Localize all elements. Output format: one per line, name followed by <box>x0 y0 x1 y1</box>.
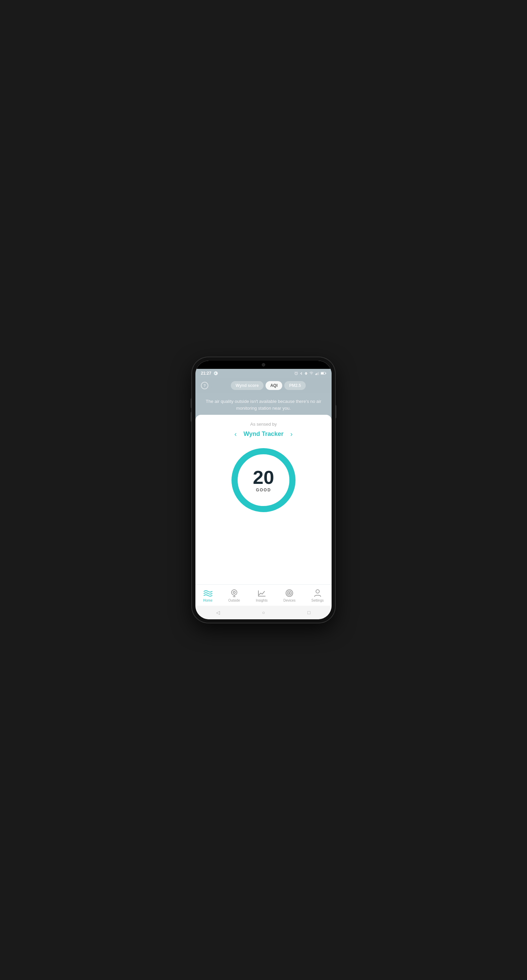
nav-item-settings[interactable]: Settings <box>309 587 326 604</box>
svg-point-17 <box>289 592 290 594</box>
status-left: 21:27 A <box>201 371 218 375</box>
svg-point-14 <box>233 592 235 593</box>
volume-down-button <box>191 412 192 422</box>
svg-rect-4 <box>315 374 316 375</box>
back-button[interactable]: ◁ <box>214 608 222 617</box>
sensed-by-label: As sensed by <box>250 422 277 427</box>
tab-aqi[interactable]: AQI <box>266 381 282 390</box>
bluetooth-icon <box>299 371 303 375</box>
svg-rect-7 <box>318 372 319 375</box>
aqi-status: GOOD <box>253 488 274 492</box>
alarm-icon <box>294 371 298 375</box>
device-navigation: ‹ Wynd Tracker › <box>231 429 295 439</box>
tab-wynd-score[interactable]: Wynd score <box>231 381 263 390</box>
signal-icon <box>315 372 319 375</box>
battery-icon <box>321 372 326 375</box>
status-bar: 21:27 A <box>196 369 331 378</box>
svg-rect-6 <box>317 372 318 375</box>
bottom-nav: Home Outside <box>196 584 331 606</box>
android-icon: A <box>213 371 218 375</box>
nav-label-settings: Settings <box>312 598 324 602</box>
svg-rect-9 <box>321 372 324 374</box>
tab-pm25[interactable]: PM2.5 <box>284 381 306 390</box>
svg-point-18 <box>316 590 319 593</box>
home-button[interactable]: ○ <box>260 608 267 617</box>
power-button <box>335 405 336 418</box>
app-content: ? Wynd score AQI PM2.5 The air quality o… <box>196 378 331 584</box>
help-button[interactable]: ? <box>201 382 209 389</box>
status-time: 21:27 <box>201 371 212 375</box>
nav-item-outside[interactable]: Outside <box>225 587 242 604</box>
volume-up-button <box>191 398 192 408</box>
wifi-icon <box>309 372 314 375</box>
next-device-button[interactable]: › <box>288 429 296 439</box>
target-icon <box>285 589 294 598</box>
svg-rect-10 <box>325 372 326 374</box>
nav-item-devices[interactable]: Devices <box>280 587 298 604</box>
phone-frame: 21:27 A ? Wynd score AQI PM2.5 <box>192 357 335 623</box>
android-nav-bar: ◁ ○ □ <box>196 606 331 619</box>
recent-button[interactable]: □ <box>305 608 313 617</box>
nav-label-insights: Insights <box>256 598 267 602</box>
vibrate-icon <box>304 371 308 375</box>
nav-item-home[interactable]: Home <box>201 587 215 604</box>
svg-rect-3 <box>306 372 306 375</box>
camera <box>262 363 265 366</box>
svg-rect-13 <box>231 590 237 595</box>
nav-item-insights[interactable]: Insights <box>253 587 270 604</box>
aqi-center: 20 GOOD <box>253 468 274 492</box>
device-name: Wynd Tracker <box>244 430 283 438</box>
svg-rect-5 <box>316 373 317 375</box>
person-icon <box>313 589 322 598</box>
tab-bar: ? Wynd score AQI PM2.5 <box>196 378 331 393</box>
phone-screen: 21:27 A ? Wynd score AQI PM2.5 <box>196 361 331 619</box>
waves-icon <box>204 589 212 598</box>
tabs-container: Wynd score AQI PM2.5 <box>210 381 326 390</box>
location-icon <box>230 589 239 598</box>
status-right <box>294 371 326 375</box>
nav-label-home: Home <box>203 598 212 602</box>
top-bar <box>196 361 331 369</box>
nav-label-devices: Devices <box>283 598 296 602</box>
aqi-circle: 20 GOOD <box>229 446 298 514</box>
main-card: As sensed by ‹ Wynd Tracker › 20 <box>196 415 331 584</box>
svg-point-16 <box>287 591 291 595</box>
aqi-value: 20 <box>253 468 274 487</box>
chart-icon <box>257 589 266 598</box>
nav-label-outside: Outside <box>228 598 240 602</box>
prev-device-button[interactable]: ‹ <box>231 429 239 439</box>
unavailable-message: The air quality outside isn't available … <box>196 393 331 415</box>
